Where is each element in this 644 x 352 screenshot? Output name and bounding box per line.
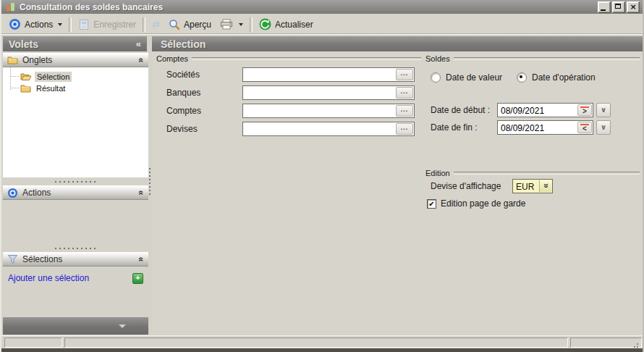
- banques-field[interactable]: ...: [242, 85, 415, 100]
- date-prev-icon: <: [578, 125, 591, 133]
- vertical-splitter[interactable]: [149, 168, 151, 196]
- devises-label: Devises: [166, 124, 242, 134]
- filter-funnel-icon: [7, 254, 18, 264]
- sidebar-splitter[interactable]: [3, 246, 148, 250]
- save-document-icon: [78, 19, 90, 30]
- status-cell-right: [570, 338, 642, 348]
- printer-icon: [220, 19, 233, 30]
- comptes-field[interactable]: ...: [242, 104, 415, 118]
- comptes-row: Comptes ...: [166, 104, 415, 118]
- tree-connector: [10, 88, 19, 89]
- minimize-button[interactable]: [598, 1, 611, 13]
- societes-input[interactable]: [245, 69, 396, 82]
- panel-header-volets: Volets «: [3, 36, 147, 51]
- add-selection-link[interactable]: Ajouter une sélection: [8, 273, 132, 283]
- tree-connector: [10, 76, 19, 77]
- collapse-section-icon[interactable]: «: [137, 257, 147, 262]
- save-button[interactable]: Enregistrer: [74, 17, 140, 32]
- section-header-actions[interactable]: Actions «: [3, 185, 148, 200]
- devise-combo[interactable]: EUR «: [512, 179, 553, 193]
- print-button[interactable]: [216, 17, 237, 31]
- devise-combo-button[interactable]: «: [539, 180, 551, 192]
- page-garde-row[interactable]: ✔ Edition page de garde: [427, 198, 525, 209]
- devises-input[interactable]: [245, 123, 396, 136]
- section-header-selections[interactable]: Sélections «: [3, 252, 148, 267]
- window-title: Consultation des soldes bancaires: [20, 2, 596, 12]
- date-fin-field[interactable]: <: [497, 120, 593, 135]
- banques-input[interactable]: [245, 87, 396, 100]
- societes-browse-button[interactable]: ...: [396, 69, 413, 80]
- date-debut-step-button[interactable]: >: [577, 104, 592, 116]
- devises-browse-button[interactable]: ...: [396, 123, 413, 135]
- maximize-icon: [615, 4, 621, 9]
- radio-date-operation-label: Date d'opération: [532, 72, 596, 83]
- collapse-section-icon[interactable]: «: [137, 58, 147, 63]
- tree-item-label: Sélection: [35, 72, 72, 82]
- actions-menu-button[interactable]: Actions: [4, 17, 67, 32]
- collapse-panel-icon[interactable]: «: [136, 38, 141, 49]
- radio-date-operation[interactable]: Date d'opération: [517, 72, 596, 83]
- soldes-group-label: Soldes: [425, 54, 450, 63]
- section-header-onglets[interactable]: Onglets «: [3, 53, 148, 67]
- date-debut-field[interactable]: >: [497, 103, 593, 117]
- selections-section-label: Sélections: [22, 254, 135, 264]
- collapse-down-arrow-icon: [119, 324, 126, 328]
- window-bottom-edge: [1, 348, 643, 352]
- sync-arrows-icon: ⇄: [152, 19, 160, 30]
- comptes-group-header: Comptes: [156, 54, 421, 64]
- radio-button-icon[interactable]: [517, 72, 527, 83]
- preview-button[interactable]: Aperçu: [164, 17, 216, 32]
- close-button[interactable]: ×: [627, 1, 640, 13]
- actions-target-icon: [7, 188, 18, 198]
- comptes-label: Comptes: [166, 106, 242, 116]
- date-fin-row: Date de fin : < ∨: [431, 120, 611, 135]
- splitter-dots: [55, 248, 97, 249]
- app-chart-icon: [6, 2, 15, 12]
- collapse-section-icon[interactable]: «: [137, 190, 147, 196]
- page-garde-label: Edition page de garde: [441, 198, 525, 209]
- sync-button[interactable]: ⇄: [148, 17, 164, 31]
- status-cell-main: [64, 338, 568, 348]
- comptes-group-label: Comptes: [156, 54, 188, 63]
- devises-field[interactable]: ...: [242, 122, 415, 136]
- devise-affichage-label: Devise d'affichage: [431, 181, 512, 191]
- tree-item-resultat[interactable]: Résultat: [3, 83, 67, 93]
- devise-combo-value: EUR: [516, 182, 534, 192]
- comptes-input[interactable]: [245, 105, 396, 118]
- soldes-group-header: Soldes: [425, 54, 640, 64]
- resize-grip[interactable]: [637, 343, 638, 345]
- maximize-button[interactable]: [612, 1, 625, 13]
- preview-label: Aperçu: [184, 20, 211, 30]
- print-dropdown-icon: [239, 23, 243, 26]
- date-fin-step-button[interactable]: <: [577, 122, 592, 133]
- magnifier-icon: [169, 19, 180, 30]
- banques-row: Banques ...: [166, 85, 415, 100]
- comptes-browse-button[interactable]: ...: [396, 105, 413, 117]
- page-garde-checkbox[interactable]: ✔: [427, 199, 436, 209]
- add-plus-button[interactable]: +: [132, 273, 143, 284]
- onglets-label: Onglets: [22, 55, 135, 65]
- page-title: Sélection: [161, 38, 206, 50]
- radio-button-icon[interactable]: [431, 72, 441, 83]
- date-fin-input[interactable]: [499, 122, 575, 135]
- devise-affichage-row: Devise d'affichage EUR «: [431, 179, 553, 193]
- page-title-bar: Sélection: [152, 36, 644, 51]
- radio-date-valeur[interactable]: Date de valeur: [431, 72, 502, 83]
- sidebar-splitter[interactable]: [3, 180, 148, 183]
- refresh-label: Actualiser: [275, 20, 313, 30]
- date-fin-dropdown-button[interactable]: ∨: [596, 120, 611, 135]
- societes-label: Sociétés: [166, 70, 242, 80]
- societes-field[interactable]: ...: [242, 67, 415, 82]
- actions-dropdown-icon: [58, 23, 62, 26]
- sidebar-bottom-bar[interactable]: [3, 317, 148, 335]
- banques-browse-button[interactable]: ...: [396, 87, 413, 99]
- refresh-button[interactable]: Actualiser: [255, 17, 318, 32]
- group-rule: [192, 57, 421, 60]
- date-debut-input[interactable]: [499, 104, 575, 117]
- print-dropdown-button[interactable]: [237, 22, 247, 28]
- edition-group-label: Edition: [425, 169, 450, 177]
- status-cell-left: [4, 338, 62, 348]
- tree-item-selection[interactable]: Sélection: [3, 71, 72, 82]
- edition-group-header: Edition: [425, 168, 640, 178]
- date-debut-dropdown-button[interactable]: ∨: [596, 103, 611, 117]
